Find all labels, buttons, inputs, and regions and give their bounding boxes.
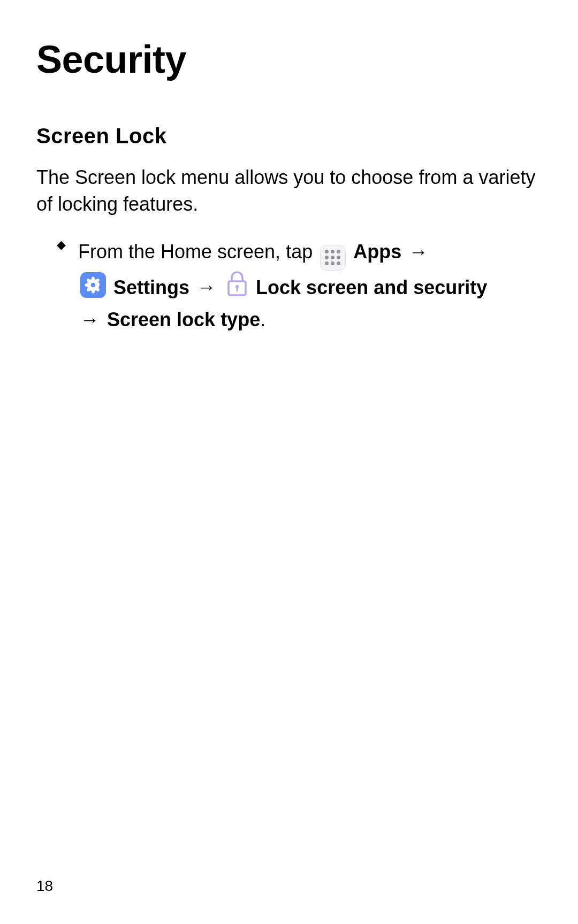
arrow-icon: → (197, 273, 216, 301)
svg-point-0 (91, 283, 96, 288)
lock-screen-security-label: Lock screen and security (256, 276, 487, 298)
intro-paragraph: The Screen lock menu allows you to choos… (36, 164, 542, 218)
lock-icon (226, 271, 248, 304)
arrow-icon: → (409, 237, 428, 266)
arrow-icon: → (80, 305, 100, 334)
period: . (260, 309, 265, 330)
instruction-prefix: From the Home screen, tap (78, 241, 318, 263)
instruction-item: From the Home screen, tap Apps → (57, 234, 542, 334)
settings-icon (80, 272, 106, 302)
settings-label: Settings (113, 276, 189, 298)
apps-icon (320, 233, 346, 271)
screen-lock-type-label: Screen lock type (107, 309, 260, 330)
instruction-list: From the Home screen, tap Apps → (36, 234, 542, 334)
page-number: 18 (36, 877, 53, 895)
svg-rect-3 (237, 287, 238, 291)
section-heading-screen-lock: Screen Lock (36, 124, 542, 148)
apps-label: Apps (353, 241, 401, 263)
page-title: Security (36, 37, 542, 81)
